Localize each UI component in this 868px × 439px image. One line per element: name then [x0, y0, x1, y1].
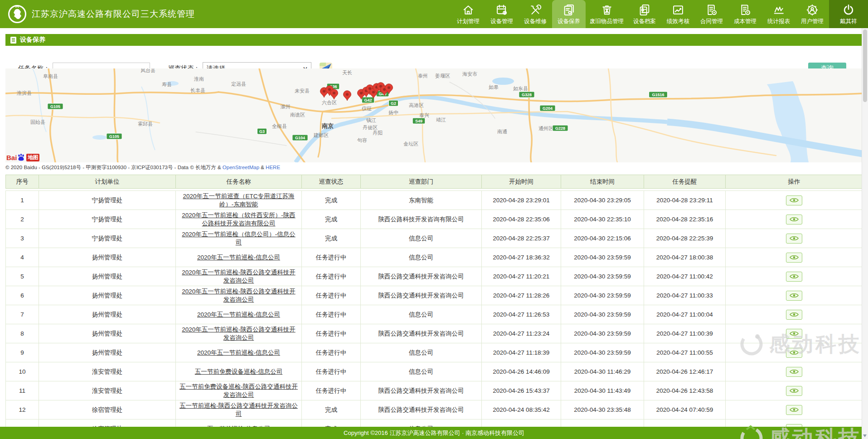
- row-index: 5: [6, 267, 39, 286]
- table-row: 12徐宿管理处五一节前巡检-陕西公路交通科技开发咨询公司完成陕西公路交通科技开发…: [6, 400, 863, 419]
- baidu-map-tag: 地图: [26, 154, 39, 161]
- view-button[interactable]: [786, 215, 802, 224]
- nav-item-10[interactable]: 统计报表: [762, 0, 795, 28]
- nav-item-label: 统计报表: [767, 18, 790, 25]
- home-icon: [462, 3, 475, 16]
- dept-cell: 陕西公路交通科技开发咨询公司: [361, 267, 482, 286]
- svg-text:G328: G328: [522, 93, 532, 97]
- plan-unit-cell: 淮安管理处: [39, 362, 176, 381]
- view-button[interactable]: [786, 253, 802, 263]
- svg-text:G1516: G1516: [652, 93, 664, 97]
- view-button[interactable]: [786, 386, 802, 396]
- nav-item-3[interactable]: 设备维修: [519, 0, 552, 28]
- task-link[interactable]: 五一节前巡检-陕西公路交通科技开发咨询公司: [179, 402, 298, 417]
- status-cell: 任务进行中: [302, 286, 361, 305]
- nav-item-1[interactable]: 计划管理: [451, 0, 485, 28]
- end-time-cell: 2020-04-30 22:15:06: [561, 229, 644, 248]
- view-button[interactable]: [786, 310, 802, 320]
- eye-icon: [790, 273, 799, 279]
- osm-link[interactable]: OpenStreetMap: [223, 165, 259, 170]
- vertical-scrollbar[interactable]: [862, 28, 868, 439]
- start-time-cell: 2020-04-26 15:43:37: [482, 381, 561, 400]
- status-cell: 任务进行中: [302, 267, 361, 286]
- map-city-label: 阜南县: [43, 73, 58, 79]
- nav-item-4[interactable]: 设备保养: [552, 0, 586, 28]
- task-link[interactable]: 2020年五一节前巡检-陕西公路交通科技开发咨询公司: [182, 326, 296, 341]
- view-button[interactable]: [786, 405, 802, 415]
- column-header: 计划单位: [39, 175, 176, 189]
- task-link[interactable]: 2020年五一节前巡检（信息公司）-信息公司: [182, 231, 296, 246]
- nav-item-label: 成本管理: [734, 18, 756, 25]
- view-button[interactable]: [786, 367, 802, 377]
- baidu-map[interactable]: 阜南县凤台县淮南寿县霍邱县固始县淮滨县长丰县定远县来安县滁州南谯区全椒县天长六合…: [5, 68, 863, 162]
- task-link[interactable]: 2020年五一节前巡检-信息公司: [197, 311, 280, 318]
- nav-item-11[interactable]: 用户管理: [795, 0, 829, 28]
- start-time-cell: 2020-04-27 18:36:32: [482, 248, 561, 267]
- task-link[interactable]: 五一节前免费设备巡检-陕西公路交通科技开发咨询公司: [179, 383, 298, 398]
- start-time-cell: 2020-04-27 11:28:26: [482, 286, 561, 305]
- end-time-cell: 2020-04-30 23:59:59: [561, 324, 644, 343]
- row-index: 10: [6, 362, 39, 381]
- task-link[interactable]: 2020年五一节前巡检-陕西公路交通科技开发咨询公司: [182, 269, 296, 284]
- list-icon: [10, 36, 17, 44]
- status-cell: 完成: [302, 400, 361, 419]
- task-cell: 五一节前免费设备巡检-信息公司: [176, 362, 302, 381]
- eye-icon: [790, 216, 799, 222]
- action-cell: [726, 286, 863, 305]
- view-button[interactable]: [786, 234, 802, 244]
- nav-item-9[interactable]: ¥成本管理: [728, 0, 762, 28]
- footer: Copyright ©2016 江苏京沪高速公路有限公司 · 南京感动科技有限公…: [0, 427, 868, 439]
- svg-text:S49: S49: [415, 119, 422, 123]
- view-button[interactable]: [786, 348, 802, 358]
- nav-item-6[interactable]: 设备档案: [628, 0, 661, 28]
- view-button[interactable]: [786, 272, 802, 282]
- scrollbar-thumb[interactable]: [863, 29, 867, 102]
- nav-item-5[interactable]: 废旧物品管理: [586, 0, 628, 28]
- map-city-label: 六合区: [322, 100, 337, 105]
- end-time-cell: 2020-04-30 23:59:59: [561, 267, 644, 286]
- map-city-label: 定远县: [231, 81, 246, 87]
- map-city-label: 淮滨县: [16, 90, 32, 96]
- baidu-logo[interactable]: Bai 地图: [6, 153, 39, 161]
- nav-item-8[interactable]: 合同管理: [695, 0, 728, 28]
- task-link[interactable]: 2020年五一节前巡检-陕西公路交通科技开发咨询公司: [182, 288, 296, 303]
- scrollbar-down-arrow[interactable]: [863, 434, 867, 437]
- row-index: 3: [6, 229, 39, 248]
- map-city-label: 淮南: [194, 76, 204, 82]
- view-button[interactable]: [786, 329, 802, 339]
- company-logo-icon[interactable]: [7, 4, 27, 24]
- task-cell: 2020年五一节前巡检（软件西安所）-陕西公路科技开发咨询有限公司: [176, 210, 302, 229]
- dept-cell: 陕西公路科技开发咨询有限公司: [361, 210, 482, 229]
- column-header: 任务提醒: [644, 175, 726, 189]
- column-header: 序号: [6, 175, 39, 189]
- task-cell: 五一节前免费设备巡检-陕西公路交通科技开发咨询公司: [176, 381, 302, 400]
- here-link[interactable]: HERE: [266, 165, 280, 170]
- map-city-label: 如东县: [513, 86, 528, 91]
- row-index: 12: [6, 400, 39, 419]
- row-index: 7: [6, 305, 39, 324]
- nav-item-12[interactable]: 戴其祥: [829, 0, 868, 28]
- task-link[interactable]: 2020年五一节前巡检-信息公司: [197, 254, 280, 261]
- task-link[interactable]: 2020年五一节前巡检-信息公司: [197, 349, 280, 356]
- nav-items: 计划管理设备管理设备维修设备保养废旧物品管理设备档案绩效考核合同管理¥成本管理统…: [451, 0, 868, 28]
- nav-item-label: 设备保养: [558, 18, 580, 25]
- task-link[interactable]: 2020年五一节前巡检（软件西安所）-陕西公路科技开发咨询有限公司: [182, 212, 296, 227]
- table-row: 5扬州管理处2020年五一节前巡检-陕西公路交通科技开发咨询公司任务进行中陕西公…: [6, 267, 863, 286]
- dept-cell: 信息公司: [361, 248, 482, 267]
- nav-item-7[interactable]: 绩效考核: [661, 0, 695, 28]
- view-button[interactable]: [786, 291, 802, 301]
- view-button[interactable]: [786, 195, 802, 205]
- start-time-cell: 2020-04-27 11:20:21: [482, 267, 561, 286]
- action-cell: [726, 400, 863, 419]
- task-link[interactable]: 五一节前免费设备巡检-信息公司: [195, 368, 283, 375]
- end-time-cell: 2020-04-30 22:35:10: [561, 210, 644, 229]
- map-city-label: 天长: [342, 70, 352, 75]
- end-time-cell: 2020-04-30 11:46:29: [561, 362, 644, 381]
- map-city-label: 建邺区: [313, 132, 329, 138]
- attribution-amp: &: [259, 165, 266, 170]
- task-link[interactable]: 2020年五一节前巡查（ETC专用道江苏海岭）-东南智能: [183, 193, 294, 208]
- nav-item-2[interactable]: 设备管理: [485, 0, 519, 28]
- dept-cell: 陕西公路交通科技开发咨询公司: [361, 381, 482, 400]
- plan-unit-cell: 宁扬管理处: [39, 229, 176, 248]
- map-city-label: 姜堰区: [435, 73, 450, 78]
